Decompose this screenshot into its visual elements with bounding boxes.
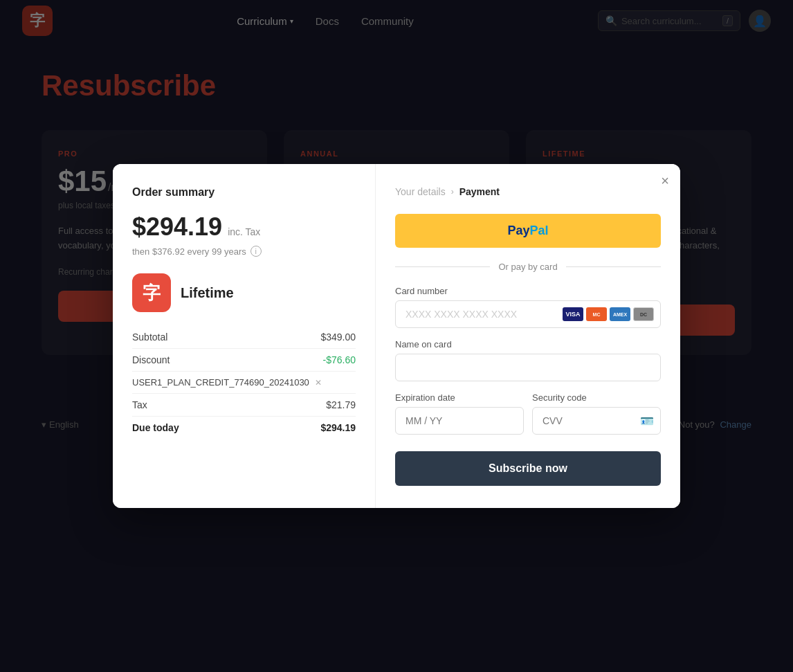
modal-plan-row: 字 Lifetime bbox=[132, 273, 356, 312]
step-your-details: Your details bbox=[395, 186, 446, 197]
paypal-button[interactable]: PayPal bbox=[395, 214, 661, 248]
name-on-card-group: Name on card bbox=[395, 339, 661, 381]
cvv-wrap: 🪪 bbox=[532, 407, 661, 435]
card-input-wrap: VISA MC AMEX DC bbox=[395, 300, 661, 328]
modal-total-row: $294.19 inc. Tax bbox=[132, 212, 356, 242]
cvv-group: Security code 🪪 bbox=[532, 392, 661, 435]
step-payment: Payment bbox=[459, 186, 500, 197]
modal-order-title: Order summary bbox=[132, 186, 356, 199]
modal-line-value-due: $294.19 bbox=[320, 422, 356, 433]
modal-line-label-discount: Discount bbox=[132, 354, 170, 365]
modal-line-value-tax: $21.79 bbox=[326, 399, 356, 410]
diners-icon: DC bbox=[633, 307, 654, 321]
modal-line-coupon: USER1_PLAN_CREDIT_774690_20241030 ✕ bbox=[132, 372, 356, 394]
amex-icon: AMEX bbox=[610, 307, 630, 321]
expiry-label: Expiration date bbox=[395, 392, 524, 403]
modal-coupon-remove-button[interactable]: ✕ bbox=[315, 378, 322, 388]
modal-line-label-subtotal: Subtotal bbox=[132, 332, 167, 343]
modal-steps: Your details › Payment bbox=[395, 186, 661, 197]
modal-line-discount: Discount -$76.60 bbox=[132, 349, 356, 372]
modal-coupon-code: USER1_PLAN_CREDIT_774690_20241030 bbox=[132, 377, 309, 388]
modal-line-label-due: Due today bbox=[132, 422, 179, 433]
name-on-card-input[interactable] bbox=[395, 354, 661, 381]
modal-overlay: × Order summary $294.19 inc. Tax then $3… bbox=[0, 0, 793, 672]
subscribe-now-button[interactable]: Subscribe now bbox=[395, 451, 661, 486]
divider-line-left bbox=[395, 266, 490, 267]
card-icons: VISA MC AMEX DC bbox=[563, 307, 654, 321]
name-on-card-label: Name on card bbox=[395, 339, 661, 349]
expiry-cvv-row: Expiration date Security code 🪪 bbox=[395, 392, 661, 446]
modal-line-due-today: Due today $294.19 bbox=[132, 417, 356, 439]
modal-renewal-text: then $376.92 every 99 years bbox=[132, 246, 246, 257]
cvv-card-icon: 🪪 bbox=[640, 415, 654, 428]
modal-line-value-discount: -$76.60 bbox=[323, 354, 356, 365]
modal-payment: Your details › Payment PayPal Or pay by … bbox=[376, 164, 680, 508]
modal-renewal: then $376.92 every 99 years i bbox=[132, 246, 356, 257]
divider-or: Or pay by card bbox=[395, 262, 661, 272]
modal-line-value-subtotal: $349.00 bbox=[320, 332, 356, 343]
divider-line-right bbox=[566, 266, 661, 267]
subscribe-btn-label: Subscribe now bbox=[489, 462, 567, 474]
card-number-label: Card number bbox=[395, 286, 661, 296]
modal-plan-logo: 字 bbox=[132, 273, 171, 312]
step-chevron-icon: › bbox=[451, 187, 454, 197]
expiry-input[interactable] bbox=[395, 407, 524, 435]
info-icon[interactable]: i bbox=[250, 246, 262, 257]
divider-text: Or pay by card bbox=[498, 262, 557, 272]
modal-total-amount: $294.19 bbox=[132, 212, 222, 242]
modal-line-items: Subtotal $349.00 Discount -$76.60 USER1_… bbox=[132, 326, 356, 439]
modal-close-button[interactable]: × bbox=[661, 174, 669, 188]
modal-line-subtotal: Subtotal $349.00 bbox=[132, 326, 356, 349]
paypal-logo: PayPal bbox=[507, 224, 548, 238]
visa-icon: VISA bbox=[563, 307, 583, 321]
modal-line-label-tax: Tax bbox=[132, 399, 147, 410]
modal-plan-name: Lifetime bbox=[181, 285, 234, 301]
modal-order-summary: Order summary $294.19 inc. Tax then $376… bbox=[113, 164, 376, 508]
cvv-label: Security code bbox=[532, 392, 661, 403]
modal-dialog: × Order summary $294.19 inc. Tax then $3… bbox=[113, 164, 680, 508]
expiry-group: Expiration date bbox=[395, 392, 524, 435]
modal-total-tax: inc. Tax bbox=[228, 226, 260, 237]
modal-line-tax: Tax $21.79 bbox=[132, 394, 356, 417]
card-number-group: Card number VISA MC AMEX DC bbox=[395, 286, 661, 328]
mastercard-icon: MC bbox=[586, 307, 607, 321]
